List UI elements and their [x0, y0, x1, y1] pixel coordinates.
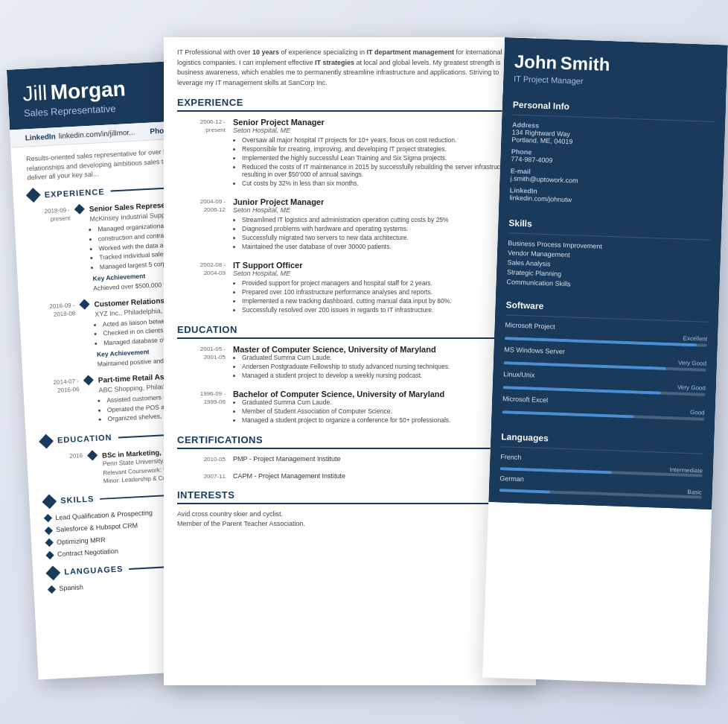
middle-job-1: 2006-12 -present Senior Project Manager …	[177, 118, 523, 188]
middle-body: IT Professional with over 10 years of ex…	[164, 37, 536, 538]
john-address-row: Address 134 Rightward WayPortland, ME, 0…	[511, 121, 715, 150]
john-first-name: John	[514, 51, 558, 73]
edu-dot-1	[87, 450, 98, 460]
resume-john: John Smith IT Project Manager Personal I…	[482, 37, 728, 685]
jill-first-name: Jill	[22, 81, 48, 106]
middle-cert-title: Certifications	[177, 434, 523, 449]
timeline-dot-1	[74, 204, 85, 215]
john-last-name: Smith	[560, 53, 610, 74]
skills-diamond-icon	[42, 495, 57, 509]
jill-last-name: Morgan	[50, 77, 127, 104]
interest-2: Member of the Parent Teacher Association…	[177, 520, 523, 527]
timeline-dot-3	[83, 375, 94, 385]
john-skills-list: Business Process Improvement Vendor Mana…	[506, 239, 710, 292]
john-header: John Smith IT Project Manager	[502, 37, 727, 101]
john-languages-section: Languages French Intermediate German Bas…	[488, 425, 714, 509]
experience-diamond-icon	[26, 188, 41, 203]
middle-summary: IT Professional with over 10 years of ex…	[177, 48, 523, 88]
interest-1: Avid cross country skier and cyclist.	[177, 510, 523, 518]
middle-job-3: 2002-08 -2004-09 IT Support Officer Seto…	[177, 261, 523, 315]
languages-diamond-icon	[45, 565, 60, 580]
john-phone-row: Phone 774-987-4009	[511, 147, 714, 169]
middle-cert-2: 2007-11 CAPM - Project Management Instit…	[177, 472, 523, 480]
john-sidebar: John Smith IT Project Manager Personal I…	[488, 37, 728, 509]
john-software-4: Microsoft Excel Good	[502, 395, 705, 420]
john-lang-1: French Intermediate	[500, 453, 703, 477]
middle-experience-title: Experience	[177, 97, 523, 112]
john-software-section: Software Microsoft Project Excellent MS …	[491, 293, 719, 433]
timeline-dot-2	[79, 299, 89, 310]
middle-cert-1: 2010-05 PMP - Project Management Institu…	[177, 455, 523, 463]
john-lang-2: German Basic	[499, 474, 703, 498]
education-diamond-icon	[39, 434, 54, 449]
john-email-row: E-mail j.smith@uptowork.com	[510, 167, 713, 188]
john-linkedin-row: LinkedIn linkedin.com/johnutw	[509, 186, 712, 208]
john-software-3: Linux/Unix Very Good	[503, 370, 706, 396]
john-software-1: Microsoft Project Excellent	[505, 321, 708, 346]
john-software-2: MS Windows Server Very Good	[504, 346, 707, 371]
middle-job-2: 2004-09 -2006-12 Junior Project Manager …	[177, 197, 523, 252]
john-personal-info: Personal Info Address 134 Rightward WayP…	[499, 93, 726, 219]
john-skills-section: Skills Business Process Improvement Vend…	[496, 212, 722, 301]
resume-middle: IT Professional with over 10 years of ex…	[164, 37, 536, 685]
jill-linkedin: LinkedIn linkedin.com/in/jillmor...	[25, 128, 135, 142]
middle-edu-1: 2001-05 -2001-05 Master of Computer Scie…	[177, 345, 523, 381]
middle-education-title: Education	[177, 324, 523, 339]
middle-interests-title: Interests	[177, 489, 523, 504]
middle-edu-2: 1996-09 -1999-06 Bachelor of Computer Sc…	[177, 390, 523, 425]
